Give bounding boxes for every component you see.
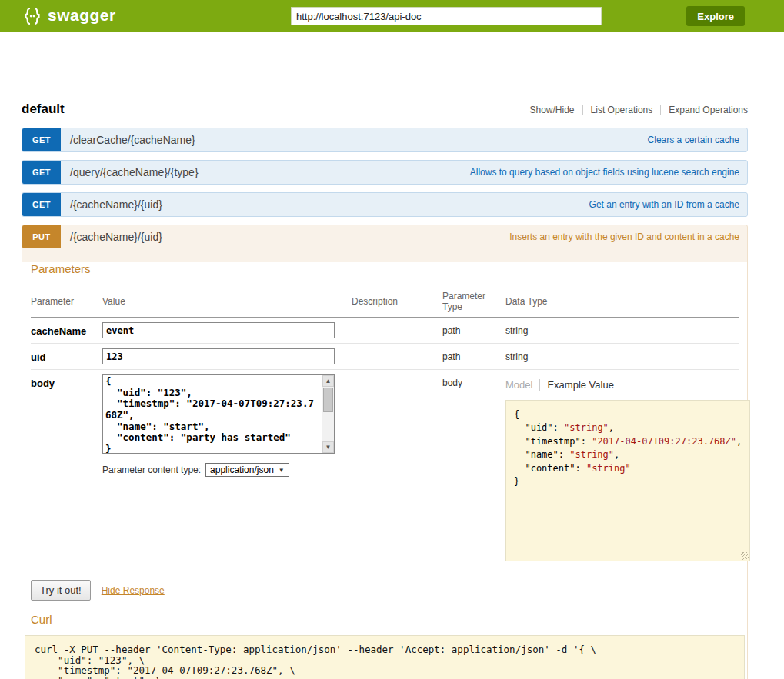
param-name: uid [31,348,102,363]
api-doc-page: default Show/HideList OperationsExpand O… [22,32,748,679]
param-row-cachename: cacheName path string [31,318,739,344]
operation-clear-cache: GET /clearCache/{cacheName} Clears a cer… [22,128,748,152]
col-data-type: Data Type [505,296,739,307]
method-badge: GET [22,161,61,184]
uid-value-input[interactable] [102,348,335,364]
data-type-cell: Model Example Value { "uid": "string", "… [505,374,755,561]
param-type: path [442,322,505,336]
example-value-box: { "uid": "string", "timestmp": "2017-04-… [505,400,750,561]
curl-command-box: curl -X PUT --header 'Content-Type: appl… [25,635,745,679]
operation-put-entry: PUT /{cacheName}/{uid} Inserts an entry … [22,225,748,679]
body-parameter-textarea[interactable]: { "uid": "123", "timestmp": "2017-04-07T… [102,374,335,454]
tab-example-value[interactable]: Example Value [539,379,613,391]
operation-header[interactable]: GET /query/{cacheName}/{type} Allows to … [22,161,747,184]
parameter-content-type-row: Parameter content type: application/json… [102,463,352,477]
method-badge: GET [22,128,61,151]
col-description: Description [352,296,442,307]
body-parameter-text[interactable]: { "uid": "123", "timestmp": "2017-04-07T… [103,375,321,453]
param-name: cacheName [31,322,102,337]
scrollbar-thumb[interactable] [323,388,333,412]
method-badge: PUT [22,225,61,248]
operation-expanded-panel: Parameters Parameter Value Description P… [22,262,747,679]
param-name: body [31,374,102,389]
param-row-body: body { "uid": "123", "timestmp": "2017-0… [31,370,739,566]
content-type-value: application/json [210,464,274,475]
parameters-table: Parameter Value Description Parameter Ty… [31,286,739,566]
top-bar: swagger Explore [0,0,784,32]
col-parameter-type: Parameter Type [442,291,505,312]
operation-path[interactable]: /query/{cacheName}/{type} [70,166,199,178]
col-parameter: Parameter [31,296,102,307]
operation-header[interactable]: GET /clearCache/{cacheName} Clears a cer… [22,128,747,151]
param-type: path [442,348,505,362]
textarea-scrollbar[interactable]: ▲ ▼ [322,375,334,453]
chevron-down-icon: ▼ [279,467,285,474]
parameters-title: Parameters [31,262,745,275]
operation-summary[interactable]: Get an entry with an ID from a cache [589,199,739,210]
content-type-select[interactable]: application/json ▼ [205,463,289,477]
swagger-logo-icon [22,5,43,29]
operation-header[interactable]: PUT /{cacheName}/{uid} Inserts an entry … [22,225,747,248]
operation-path[interactable]: /clearCache/{cacheName} [70,134,195,146]
show-hide-link[interactable]: Show/Hide [522,105,582,115]
actions-row: Try it out! Hide Response [31,580,745,601]
content-type-label: Parameter content type: [102,464,201,475]
brand-title: swagger [48,6,116,25]
schema-tabs: Model Example Value [505,379,750,391]
operation-summary[interactable]: Clears a certain cache [648,135,739,145]
resize-handle-icon[interactable] [741,552,749,560]
explore-button[interactable]: Explore [686,6,745,26]
param-row-uid: uid path string [31,344,739,370]
curl-title: Curl [31,613,745,626]
list-operations-link[interactable]: List Operations [582,105,661,115]
section-header: default Show/HideList OperationsExpand O… [22,102,748,117]
operation-query: GET /query/{cacheName}/{type} Allows to … [22,160,748,185]
section-title: default [22,102,65,117]
operation-get-entry: GET /{cacheName}/{uid} Get an entry with… [22,192,748,217]
scroll-down-icon[interactable]: ▼ [322,441,334,453]
col-value: Value [102,296,352,307]
expand-operations-link[interactable]: Expand Operations [660,105,748,115]
try-it-out-button[interactable]: Try it out! [31,580,91,601]
param-type: body [442,374,505,388]
operation-summary[interactable]: Inserts an entry with the given ID and c… [509,231,739,242]
hide-response-link[interactable]: Hide Response [102,585,165,596]
parameters-table-header: Parameter Value Description Parameter Ty… [31,286,739,318]
method-badge: GET [22,193,61,216]
scroll-up-icon[interactable]: ▲ [322,375,334,387]
operation-path[interactable]: /{cacheName}/{uid} [70,231,162,243]
cachename-value-input[interactable] [102,322,335,338]
operation-path[interactable]: /{cacheName}/{uid} [70,198,162,211]
tab-model[interactable]: Model [505,379,539,391]
param-data-type: string [505,348,739,362]
operation-summary[interactable]: Allows to query based on object fields u… [470,167,739,178]
param-data-type: string [505,322,739,336]
section-actions: Show/HideList OperationsExpand Operation… [522,105,748,115]
api-url-input[interactable] [291,7,602,25]
example-value-code: { "uid": "string", "timestmp": "2017-04-… [514,408,742,488]
operation-header[interactable]: GET /{cacheName}/{uid} Get an entry with… [22,193,747,216]
